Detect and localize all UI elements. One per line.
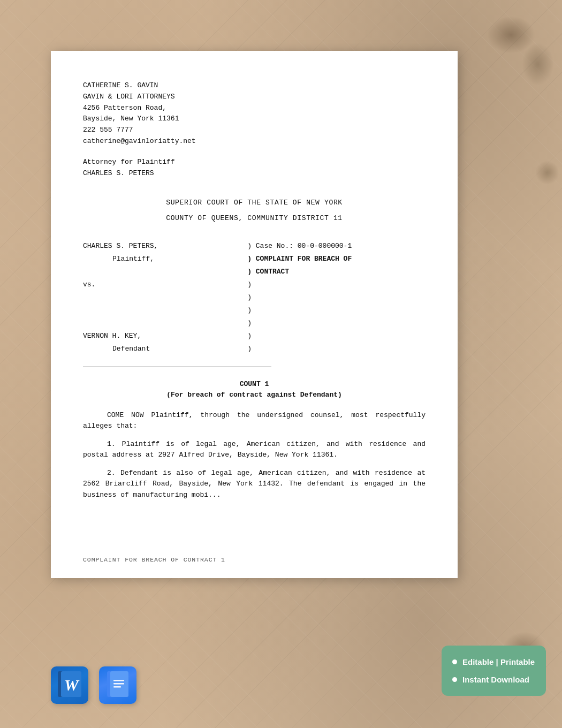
paren2-cell: ) xyxy=(247,278,426,291)
bullet-dot-1 xyxy=(452,659,457,664)
paren3-cell: ) xyxy=(247,291,426,304)
document-page: CATHERINE S. GAVIN GAVIN & LORI ATTORNEY… xyxy=(51,51,458,578)
body-para2: 2. Defendant is also of legal age, Ameri… xyxy=(83,468,426,500)
count-subtitle: (For breach of contract against Defendan… xyxy=(83,390,426,400)
complaint-label1-cell: ) COMPLAINT FOR BREACH OF xyxy=(247,253,426,266)
case-info-table: CHARLES S. PETERS, ) Case No.: 00-0-0000… xyxy=(83,240,426,356)
attorney-block: CATHERINE S. GAVIN GAVIN & LORI ATTORNEY… xyxy=(83,80,426,179)
court-county: COUNTY OF QUEENS, COMMUNITY DISTRICT 11 xyxy=(83,213,426,224)
plaintiff-name-cell: CHARLES S. PETERS, xyxy=(83,240,247,253)
bullet-dot-2 xyxy=(452,677,457,682)
feature-editable: Editable | Printable xyxy=(452,657,535,666)
plaintiff-role-cell: Plaintiff, xyxy=(83,253,247,266)
features-badge: Editable | Printable Instant Download xyxy=(442,646,546,696)
court-header: SUPERIOR COURT OF THE STATE OF NEW YORK … xyxy=(83,198,426,223)
svg-rect-7 xyxy=(113,686,121,688)
count-title: COUNT 1 xyxy=(83,379,426,390)
blank-cell3 xyxy=(83,304,247,317)
paren6-cell: ) xyxy=(247,330,426,343)
svg-rect-5 xyxy=(113,680,124,681)
attorney-address1: 4256 Patterson Road, xyxy=(83,103,426,114)
defendant-name-cell: VERNON H. KEY, xyxy=(83,330,247,343)
paren4-cell: ) xyxy=(247,304,426,317)
case-number: ) Case No.: 00-0-000000-1 xyxy=(247,242,352,250)
attorney-address2: Bayside, New York 11361 xyxy=(83,113,426,125)
paren7-cell: ) xyxy=(247,343,426,355)
docs-app-icon[interactable] xyxy=(99,666,136,704)
download-label: Instant Download xyxy=(462,675,529,684)
footer-label: COMPLAINT FOR BREACH OF CONTRACT 1 xyxy=(83,556,225,563)
case-divider xyxy=(83,367,271,367)
body-intro: COME NOW Plaintiff, through the undersig… xyxy=(83,410,426,431)
attorney-client: CHARLES S. PETERS xyxy=(83,168,426,179)
attorney-email: catherine@gavinloriatty.net xyxy=(83,136,426,147)
feature-download: Instant Download xyxy=(452,675,535,684)
defendant-role-cell: Defendant xyxy=(83,343,247,355)
attorney-role: Attorney for Plaintiff xyxy=(83,157,426,168)
blank-cell4 xyxy=(83,317,247,330)
docs-icon-svg xyxy=(106,671,130,699)
attorney-firm: GAVIN & LORI ATTORNEYS xyxy=(83,92,426,103)
attorney-name: CATHERINE S. GAVIN xyxy=(83,80,426,92)
case-number-cell: ) Case No.: 00-0-000000-1 xyxy=(247,240,426,253)
court-name: SUPERIOR COURT OF THE STATE OF NEW YORK xyxy=(83,198,426,208)
svg-rect-6 xyxy=(113,683,124,685)
blank-cell1 xyxy=(83,266,247,278)
count-section: COUNT 1 (For breach of contract against … xyxy=(83,379,426,400)
attorney-phone: 222 555 7777 xyxy=(83,125,426,136)
editable-label: Editable | Printable xyxy=(462,657,535,666)
word-app-icon[interactable]: W xyxy=(51,666,88,704)
paren5-cell: ) xyxy=(247,317,426,330)
word-icon-svg: W xyxy=(57,671,82,699)
svg-text:W: W xyxy=(64,676,80,694)
blank-cell2 xyxy=(83,291,247,304)
complaint-label2-cell: ) CONTRACT xyxy=(247,266,426,278)
app-icons-row: W xyxy=(51,666,136,704)
vs-cell: vs. xyxy=(83,278,247,291)
body-para1: 1. Plaintiff is of legal age, American c… xyxy=(83,439,426,460)
